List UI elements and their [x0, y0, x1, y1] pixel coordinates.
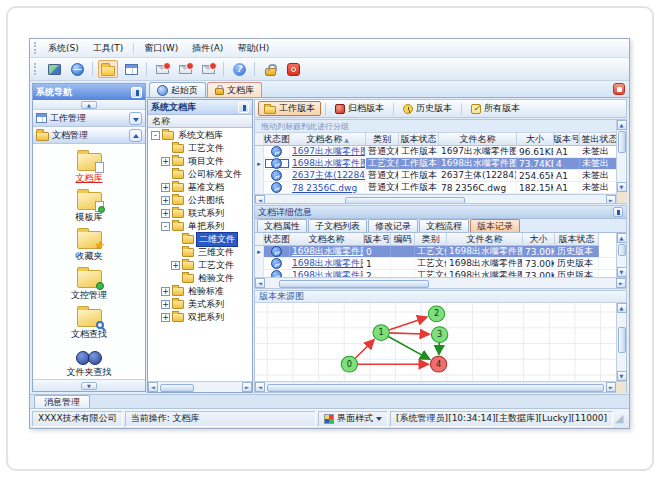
column-header[interactable]: 签出状态 [580, 133, 616, 146]
expand-icon[interactable]: + [161, 157, 170, 166]
scroll-right-icon[interactable]: ► [606, 195, 616, 203]
tree-node-13[interactable]: +美式系列 [148, 298, 252, 311]
mail-icon[interactable] [175, 60, 195, 78]
sidebar-item-0[interactable]: 文档库 [76, 149, 103, 185]
sidebar-item-5[interactable]: 文件夹查找 [67, 344, 112, 379]
sidebar-scroll-up[interactable]: ▲ [33, 100, 145, 110]
tree-node-6[interactable]: +联式系列 [148, 207, 252, 220]
scroll-left-icon[interactable]: ◄ [148, 382, 158, 392]
version-filter-2[interactable]: 历史版本 [398, 101, 457, 116]
sidebar-group-0[interactable]: 工作管理 [33, 110, 145, 127]
chevron-up-icon[interactable] [129, 129, 142, 142]
lock-icon[interactable] [260, 60, 280, 78]
scroll-right-icon[interactable]: ► [242, 382, 252, 392]
document-list-vscrollbar[interactable]: ▲ ▼ [616, 120, 626, 203]
column-header[interactable]: 状态图 [264, 133, 290, 146]
version-filter-0[interactable]: 工作版本 [258, 101, 321, 116]
expand-icon[interactable]: + [161, 300, 170, 309]
scroll-down-icon[interactable]: ▼ [617, 182, 627, 192]
menu-item-1[interactable]: 工具(T) [86, 40, 131, 57]
tree-node-0[interactable]: -系统文档库 [148, 129, 252, 142]
version-graph-canvas[interactable]: 01234 [255, 303, 616, 381]
column-header[interactable]: 版本号 [364, 233, 391, 246]
column-header[interactable]: 文件名称 [447, 233, 523, 246]
table-row[interactable]: 2637主体(12284).dwg普通文档工作版本2637主体(12284).d… [255, 170, 616, 182]
mail-icon[interactable] [152, 60, 172, 78]
document-link[interactable]: 1698出水嘴零件图.dwg [292, 158, 366, 169]
column-header[interactable]: 文档名称▲ [290, 133, 366, 146]
chevron-down-icon[interactable] [129, 112, 142, 125]
folder-icon[interactable] [98, 60, 118, 78]
interface-style-button[interactable]: 界面样式 [318, 411, 388, 427]
expand-icon[interactable]: + [161, 209, 170, 218]
column-header[interactable]: 文件名称 [439, 133, 517, 146]
sidebar-item-3[interactable]: 文控管理 [71, 266, 107, 302]
tab-start-page[interactable]: 起始页 [149, 82, 206, 97]
scroll-up-icon[interactable]: ▲ [617, 303, 627, 313]
graph-vscrollbar[interactable]: ▲ ▼ [616, 303, 626, 381]
menu-item-3[interactable]: 插件(A) [185, 40, 230, 57]
sidebar-scroll-down[interactable]: ▼ [33, 379, 145, 391]
pin-icon[interactable] [613, 207, 623, 217]
scroll-up-icon[interactable]: ▲ [617, 120, 627, 130]
column-header[interactable]: 大小 [523, 233, 555, 246]
menu-item-2[interactable]: 窗口(W) [137, 40, 185, 57]
tree-node-5[interactable]: +公共图纸 [148, 194, 252, 207]
column-header[interactable]: 类别 [415, 233, 447, 246]
column-header[interactable]: 类别 [366, 133, 399, 146]
document-link[interactable]: 1698出水嘴零件图.dwg [292, 270, 364, 277]
collapse-icon[interactable]: - [151, 131, 160, 140]
tree-node-4[interactable]: +基准文档 [148, 181, 252, 194]
tree-node-3[interactable]: 公司标准文件 [148, 168, 252, 181]
expand-icon[interactable]: + [161, 196, 170, 205]
tree-node-12[interactable]: +检验标准 [148, 285, 252, 298]
sidebar-group-1[interactable]: 文档管理 [33, 127, 145, 144]
column-header[interactable]: 状态图 [264, 233, 290, 246]
document-list-hscrollbar[interactable]: ◄ ► [255, 194, 616, 203]
detail-tab-3[interactable]: 文档流程 [419, 219, 469, 232]
column-header[interactable]: 文档名称 [290, 233, 364, 246]
menu-item-0[interactable]: 系统(S) [41, 40, 86, 57]
detail-tab-0[interactable]: 文档属性 [257, 219, 307, 232]
column-header[interactable]: 版本号 [554, 133, 580, 146]
expand-icon[interactable]: + [161, 313, 170, 322]
version-filter-3[interactable]: 所有版本 [466, 101, 525, 116]
scroll-down-icon[interactable]: ▼ [617, 267, 627, 277]
column-header[interactable]: 版本状态 [555, 233, 599, 246]
table-row[interactable]: ▸1698出水嘴零件图.dwg工艺文件工作版本1698出水嘴零件图.dwg73.… [255, 158, 616, 170]
power-icon[interactable] [283, 60, 303, 78]
detail-hscrollbar[interactable]: ◄ ► [255, 277, 626, 288]
graph-hscrollbar[interactable]: ◄ ► [255, 381, 626, 392]
menu-grip[interactable] [34, 42, 37, 54]
tree-node-14[interactable]: +双把系列 [148, 311, 252, 324]
version-filter-1[interactable]: 归档版本 [330, 101, 389, 116]
table-row[interactable]: ▸1698出水嘴零件图.dwg0工艺文件1698出水嘴零件图.dwg73.00K… [255, 246, 616, 258]
column-header[interactable]: 版本状态 [399, 133, 439, 146]
expand-icon[interactable]: + [161, 287, 170, 296]
mail-icon[interactable] [198, 60, 218, 78]
column-header[interactable]: 大小 [517, 133, 554, 146]
tree-node-9[interactable]: 三维文件 [148, 246, 252, 259]
detail-vscrollbar[interactable]: ▲ ▼ [616, 233, 626, 277]
scroll-right-icon[interactable]: ► [616, 278, 626, 288]
pin-icon[interactable] [238, 102, 249, 113]
tab-document-library[interactable]: 文档库 [207, 82, 262, 97]
collapse-icon[interactable]: - [161, 222, 170, 231]
sidebar-item-4[interactable]: 文档查找 [71, 305, 107, 341]
sidebar-item-1[interactable]: 模板库 [76, 188, 103, 224]
document-link[interactable]: 1698出水嘴零件图.dwg [292, 246, 364, 257]
menu-item-4[interactable]: 帮助(H) [230, 40, 276, 57]
table-row[interactable]: 78 2356C.dwg普通文档工作版本78 2356C.dwg182.15KB… [255, 182, 616, 194]
globe-icon[interactable] [67, 60, 87, 78]
tree-column-header[interactable]: 名称 [148, 115, 252, 128]
scroll-left-icon[interactable]: ◄ [255, 195, 265, 203]
tree-node-1[interactable]: 工艺文件 [148, 142, 252, 155]
pin-icon[interactable] [131, 87, 142, 98]
document-link[interactable]: 1697出水嘴零件图.dwg [292, 146, 366, 157]
scroll-up-icon[interactable]: ▲ [617, 233, 627, 243]
tab-message-management[interactable]: 消息管理 [34, 395, 90, 408]
scroll-right-icon[interactable]: ► [606, 382, 616, 392]
column-header[interactable]: 编码 [391, 233, 415, 246]
group-by-hint[interactable]: 拖动列标题到此进行分组 [255, 120, 616, 133]
document-link[interactable]: 1698出水嘴零件图.dwg [292, 258, 364, 269]
